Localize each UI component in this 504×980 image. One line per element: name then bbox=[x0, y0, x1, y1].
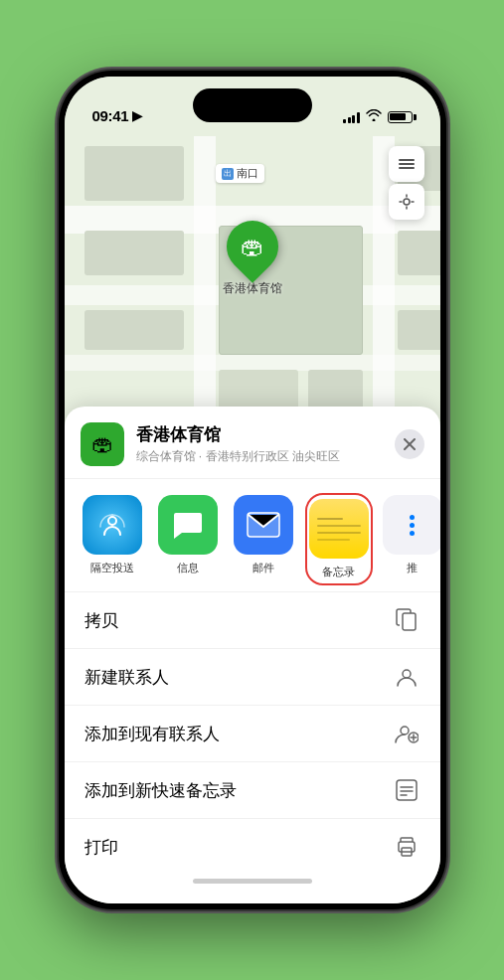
share-mail-item[interactable]: 邮件 bbox=[232, 495, 295, 583]
svg-rect-15 bbox=[397, 780, 417, 800]
copy-icon bbox=[393, 606, 420, 634]
venue-title: 香港体育馆 bbox=[136, 423, 395, 446]
more-dots bbox=[410, 515, 415, 536]
location-arrow-icon: ▶ bbox=[132, 108, 142, 123]
share-more-item[interactable]: 推 bbox=[383, 495, 440, 583]
print-action-row[interactable]: 打印 bbox=[65, 819, 440, 875]
airdrop-label: 隔空投送 bbox=[90, 561, 134, 575]
print-action-label: 打印 bbox=[84, 836, 118, 859]
building-block-8 bbox=[398, 231, 440, 275]
venue-info: 香港体育馆 综合体育馆 · 香港特别行政区 油尖旺区 bbox=[136, 423, 395, 465]
location-button[interactable] bbox=[389, 184, 424, 220]
add-note-action-row[interactable]: 添加到新快速备忘录 bbox=[65, 762, 440, 819]
copy-action-label: 拷贝 bbox=[84, 609, 118, 632]
more-label: 推 bbox=[407, 561, 418, 575]
svg-point-6 bbox=[108, 517, 116, 525]
share-airdrop-item[interactable]: 隔空投送 bbox=[81, 495, 144, 583]
close-button[interactable] bbox=[395, 429, 424, 459]
status-time: 09:41 bbox=[92, 107, 129, 124]
map-controls bbox=[389, 146, 424, 220]
notes-line-3 bbox=[317, 532, 361, 534]
svg-rect-0 bbox=[399, 159, 415, 161]
entrance-icon: 出 bbox=[222, 168, 234, 180]
bottom-sheet: 🏟 香港体育馆 综合体育馆 · 香港特别行政区 油尖旺区 bbox=[65, 407, 440, 903]
building-block-4 bbox=[398, 310, 440, 350]
map-entrance-label: 出 南口 bbox=[216, 164, 264, 183]
airdrop-icon bbox=[83, 495, 142, 555]
building-block-3 bbox=[84, 310, 184, 350]
battery-icon bbox=[388, 111, 413, 123]
new-contact-icon bbox=[393, 663, 420, 691]
notes-label: 备忘录 bbox=[322, 565, 355, 579]
pin-body: 🏟 bbox=[216, 210, 289, 283]
print-icon bbox=[393, 833, 420, 861]
svg-rect-2 bbox=[399, 167, 415, 169]
signal-bars-icon bbox=[343, 111, 360, 123]
phone-frame: 09:41 ▶ bbox=[59, 71, 446, 909]
venue-icon: 🏟 bbox=[81, 422, 124, 466]
messages-icon bbox=[158, 495, 218, 555]
notes-line-2 bbox=[317, 525, 361, 527]
map-layers-button[interactable] bbox=[389, 146, 424, 182]
mail-icon bbox=[234, 495, 293, 555]
svg-point-11 bbox=[401, 727, 409, 735]
share-notes-item[interactable]: 备忘录 bbox=[307, 495, 371, 583]
mail-label: 邮件 bbox=[252, 561, 274, 575]
stadium-icon: 🏟 bbox=[241, 233, 264, 260]
dot-3 bbox=[410, 531, 415, 536]
building-block-1 bbox=[84, 146, 184, 201]
messages-label: 信息 bbox=[177, 561, 199, 575]
share-messages-item[interactable]: 信息 bbox=[156, 495, 220, 583]
sheet-header: 🏟 香港体育馆 综合体育馆 · 香港特别行政区 油尖旺区 bbox=[65, 407, 440, 479]
svg-point-10 bbox=[403, 670, 411, 678]
building-block-7 bbox=[84, 231, 184, 275]
home-indicator-area bbox=[65, 879, 440, 884]
new-contact-action-row[interactable]: 新建联系人 bbox=[65, 649, 440, 706]
notes-icon bbox=[309, 499, 369, 559]
share-apps-row: 隔空投送 信息 bbox=[65, 479, 440, 592]
add-note-icon bbox=[393, 776, 420, 804]
more-icon bbox=[383, 495, 440, 555]
dot-2 bbox=[410, 523, 415, 528]
location-pin: 🏟 香港体育馆 bbox=[223, 221, 282, 297]
home-indicator bbox=[193, 879, 312, 884]
action-list: 拷贝 新建联系人 bbox=[65, 592, 440, 875]
dynamic-island bbox=[193, 88, 312, 122]
add-contact-icon bbox=[393, 720, 420, 747]
phone-screen: 09:41 ▶ bbox=[65, 77, 440, 903]
svg-rect-9 bbox=[403, 613, 416, 630]
copy-action-row[interactable]: 拷贝 bbox=[65, 592, 440, 649]
new-contact-action-label: 新建联系人 bbox=[84, 666, 169, 689]
status-icons bbox=[343, 109, 413, 124]
add-contact-action-row[interactable]: 添加到现有联系人 bbox=[65, 706, 440, 762]
svg-rect-1 bbox=[399, 163, 415, 165]
notes-line-4 bbox=[317, 539, 350, 541]
add-note-action-label: 添加到新快速备忘录 bbox=[84, 779, 237, 802]
svg-point-3 bbox=[404, 199, 410, 205]
venue-subtitle: 综合体育馆 · 香港特别行政区 油尖旺区 bbox=[136, 448, 395, 465]
wifi-icon bbox=[366, 109, 382, 124]
notes-line-1 bbox=[317, 518, 343, 520]
add-contact-action-label: 添加到现有联系人 bbox=[84, 723, 220, 745]
notes-content bbox=[309, 499, 369, 559]
entrance-label-text: 南口 bbox=[237, 166, 258, 181]
dot-1 bbox=[410, 515, 415, 520]
